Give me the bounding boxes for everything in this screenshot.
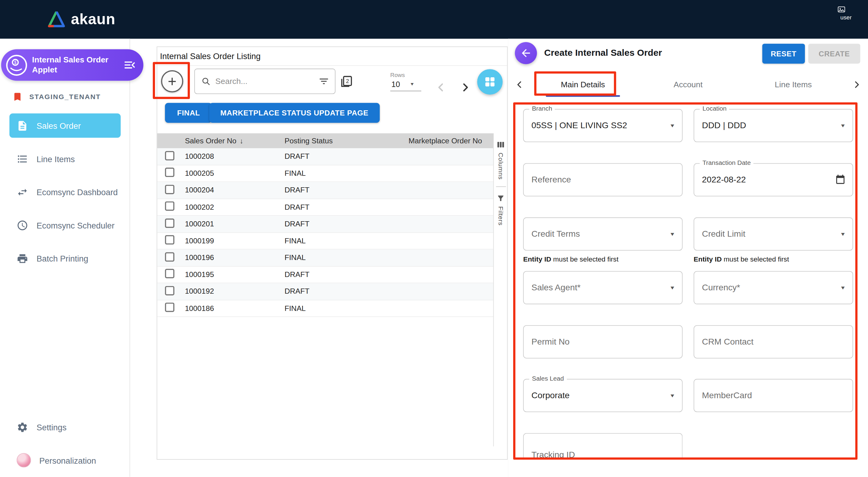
posting-status-cell: DRAFT <box>279 220 403 228</box>
sales-lead-field[interactable]: Sales Lead Corporate ▼ <box>523 379 683 412</box>
grid-view-button[interactable] <box>477 69 502 95</box>
posting-status-cell: DRAFT <box>279 270 403 278</box>
field-label: Credit Terms <box>531 229 580 239</box>
sync-arrows-icon <box>17 186 28 198</box>
table-row[interactable]: 1000208 DRAFT <box>157 148 493 165</box>
header-sales-order-no[interactable]: Sales Order No ↓ <box>179 137 279 145</box>
field-label: CRM Contact <box>702 337 753 347</box>
collapse-sidebar-icon[interactable] <box>123 58 137 72</box>
final-filter-button[interactable]: FINAL <box>165 103 212 123</box>
transaction-date-field[interactable]: Transaction Date 2022-08-22 <box>693 163 853 196</box>
row-checkbox[interactable] <box>165 286 175 295</box>
page-title: Create Internal Sales Order <box>544 47 662 58</box>
filter-list-icon[interactable] <box>318 76 330 87</box>
sidebar-item-line-items[interactable]: Line Items <box>0 147 130 171</box>
chevron-down-icon: ▼ <box>840 123 846 129</box>
sidebar-item-label: Settings <box>36 422 66 432</box>
membercard-field[interactable]: MemberCard <box>693 379 853 412</box>
chevron-left-icon <box>434 80 447 94</box>
posting-status-cell: FINAL <box>279 304 403 312</box>
reset-button[interactable]: RESET <box>762 44 805 64</box>
table-row[interactable]: 1000196 FINAL <box>157 249 493 266</box>
next-page-button[interactable] <box>459 80 472 94</box>
brand-name: akaun <box>71 11 116 28</box>
table-row[interactable]: 1000195 DRAFT <box>157 266 493 283</box>
sidebar-item-sales-order[interactable]: Sales Order <box>9 113 121 138</box>
reference-field[interactable]: Reference <box>523 163 683 196</box>
row-checkbox[interactable] <box>165 269 175 278</box>
sidebar-item-settings[interactable]: Settings <box>0 415 130 439</box>
filters-tool-button[interactable]: Filters <box>494 187 508 226</box>
chevron-left-icon <box>514 79 525 90</box>
table-row[interactable]: 1000201 DRAFT <box>157 216 493 233</box>
table-row[interactable]: 1000202 DRAFT <box>157 199 493 216</box>
filters-tool-label: Filters <box>497 206 504 226</box>
tab-line-items[interactable]: Line Items <box>741 72 846 97</box>
sidebar-item-personalization[interactable]: Personalization <box>0 448 130 472</box>
user-menu[interactable]: user <box>836 5 860 20</box>
table-row[interactable]: 1000192 DRAFT <box>157 283 493 300</box>
applet-switcher-button[interactable]: $ Internal Sales Order Applet <box>1 49 144 80</box>
row-checkbox[interactable] <box>165 184 175 194</box>
field-floating-label: Location <box>700 105 730 112</box>
header-posting-status[interactable]: Posting Status <box>279 137 403 145</box>
row-checkbox[interactable] <box>165 202 175 211</box>
table-row[interactable]: 1000204 DRAFT <box>157 182 493 199</box>
sidebar-item-label: Ecomsync Scheduler <box>36 220 114 230</box>
credit-terms-field[interactable]: Credit Terms ▼ <box>523 217 683 251</box>
row-checkbox[interactable] <box>165 235 175 245</box>
field-label: Permit No <box>531 337 569 347</box>
posting-status-cell: DRAFT <box>279 203 403 211</box>
rows-label: Rows <box>390 71 421 78</box>
create-button[interactable]: CREATE <box>808 44 860 64</box>
row-checkbox[interactable] <box>165 218 175 228</box>
row-checkbox[interactable] <box>165 252 175 262</box>
crm-contact-field[interactable]: CRM Contact <box>693 325 853 359</box>
field-floating-label: Sales Lead <box>529 375 566 382</box>
sidebar-item-ecomsync-dashboard[interactable]: Ecomsync Dashboard <box>0 180 130 204</box>
tracking-id-field[interactable]: Tracking ID <box>523 433 683 460</box>
row-checkbox[interactable] <box>165 151 175 160</box>
sales-agent-field[interactable]: Sales Agent* ▼ <box>523 271 683 304</box>
table-header: Sales Order No ↓ Posting Status Marketpl… <box>157 133 493 148</box>
pages-icon[interactable]: 2 <box>339 74 353 89</box>
tabs-scroll-right-button[interactable] <box>846 72 868 97</box>
add-sales-order-button[interactable]: + <box>161 70 183 93</box>
tabs-scroll-left-button[interactable] <box>508 72 530 97</box>
sidebar-item-batch-printing[interactable]: Batch Printing <box>0 246 130 270</box>
columns-tool-button[interactable]: Columns <box>494 133 508 180</box>
back-button[interactable] <box>515 42 537 64</box>
hand-coin-icon: $ <box>5 54 28 76</box>
tab-label: Account <box>674 80 703 89</box>
row-checkbox[interactable] <box>165 303 175 312</box>
table-row[interactable]: 1000186 FINAL <box>157 300 493 317</box>
applet-name: Internal Sales Order Applet <box>32 56 108 74</box>
tenant-name: STAGING_TENANT <box>29 93 101 101</box>
branch-field[interactable]: Branch 05SS | ONE LIVING SS2 ▼ <box>523 109 683 142</box>
sales-order-no-cell: 1000192 <box>179 287 279 296</box>
chevron-down-icon: ▼ <box>840 285 846 290</box>
sidebar-item-ecomsync-scheduler[interactable]: Ecomsync Scheduler <box>0 213 130 237</box>
tab-main-details[interactable]: Main Details <box>530 72 636 97</box>
marketplace-status-update-button[interactable]: MARKETPLACE STATUS UPDATE PAGE <box>209 103 379 123</box>
table-row[interactable]: 1000205 FINAL <box>157 165 493 182</box>
permit-no-field[interactable]: Permit No <box>523 325 683 359</box>
previous-page-button[interactable] <box>434 80 447 94</box>
row-checkbox[interactable] <box>165 168 175 177</box>
field-label: Reference <box>531 175 571 185</box>
field-value: 05SS | ONE LIVING SS2 <box>531 121 627 131</box>
sales-order-table: Sales Order No ↓ Posting Status Marketpl… <box>157 133 493 317</box>
active-tab-underline <box>546 95 620 97</box>
sales-order-no-cell: 1000205 <box>179 169 279 177</box>
calendar-icon[interactable] <box>835 174 846 185</box>
tenant-indicator: STAGING_TENANT <box>12 91 101 103</box>
header-marketplace-order-no[interactable]: Marketplace Order No <box>403 137 493 145</box>
location-field[interactable]: Location DDD | DDD ▼ <box>693 109 853 142</box>
rows-per-page-select[interactable]: 10 ▼ <box>390 78 421 91</box>
search-input[interactable] <box>215 77 314 86</box>
tab-account[interactable]: Account <box>636 72 741 97</box>
table-row[interactable]: 1000199 FINAL <box>157 233 493 250</box>
sales-order-no-cell: 1000201 <box>179 220 279 228</box>
currency-field[interactable]: Currency* ▼ <box>693 271 853 304</box>
credit-limit-field[interactable]: Credit Limit ▼ <box>693 217 853 251</box>
